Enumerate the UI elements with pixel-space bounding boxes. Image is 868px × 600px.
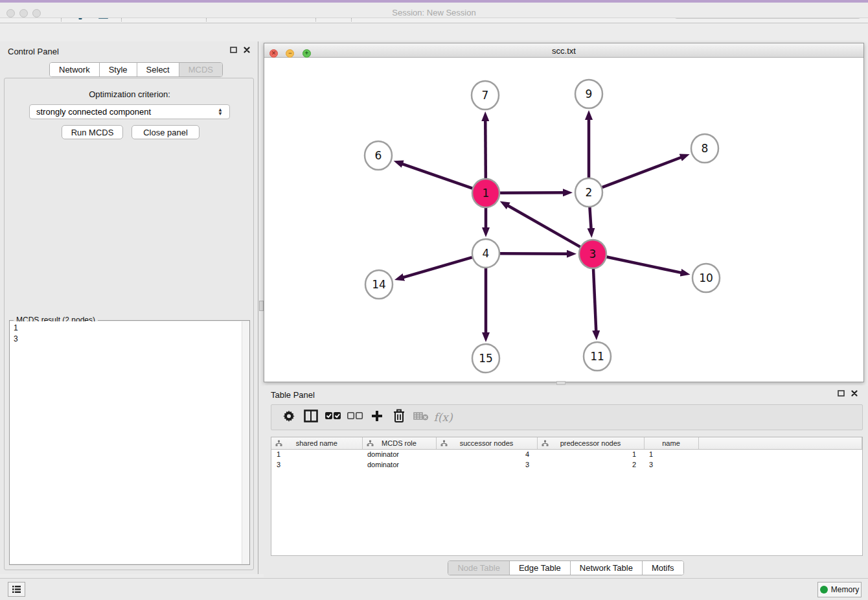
network-graph-canvas[interactable]: 1234678910111415 [264, 58, 863, 382]
tab-node-table[interactable]: Node Table [448, 561, 510, 575]
task-history-button[interactable] [8, 582, 25, 597]
graph-node-14[interactable]: 14 [365, 270, 393, 299]
table-row[interactable]: 3dominator323 [271, 459, 862, 470]
function-icon: f(x) [433, 411, 452, 424]
network-window-titlebar[interactable]: ✕ − + scc.txt [264, 43, 863, 58]
table-toolbar: f(x) [271, 404, 863, 430]
select-all-button[interactable] [322, 408, 344, 427]
mcds-result-textarea[interactable]: 1 3 [10, 321, 249, 564]
table-cell[interactable]: 1 [644, 449, 698, 459]
delete-table-button[interactable] [410, 408, 432, 427]
edge-4-14[interactable] [402, 257, 472, 277]
edge-3-1[interactable] [507, 205, 580, 247]
split-view-icon [304, 410, 318, 425]
table-header-row[interactable]: shared nameMCDS rolesuccessor nodesprede… [271, 437, 862, 449]
column-header-predecessor-nodes[interactable]: predecessor nodes [537, 437, 644, 449]
column-header-successor-nodes[interactable]: successor nodes [436, 437, 537, 449]
function-button[interactable]: f(x) [432, 408, 454, 427]
vertical-splitter[interactable] [258, 41, 264, 574]
edge-2-3[interactable] [589, 207, 591, 229]
table-cell[interactable]: 3 [436, 459, 537, 470]
graph-node-4[interactable]: 4 [472, 239, 499, 268]
graph-node-15[interactable]: 15 [472, 344, 499, 373]
graph-node-6[interactable]: 6 [365, 141, 392, 170]
memory-button[interactable]: Memory [817, 582, 862, 597]
graph-node-11[interactable]: 11 [584, 342, 611, 371]
table-cell[interactable]: 1 [537, 449, 644, 459]
delete-table-icon [413, 411, 429, 424]
close-table-panel-icon[interactable] [851, 390, 858, 397]
node-table[interactable]: shared nameMCDS rolesuccessor nodesprede… [271, 437, 863, 556]
table-cell[interactable]: 3 [271, 459, 362, 470]
svg-text:4: 4 [483, 247, 490, 260]
float-panel-icon[interactable] [230, 47, 237, 53]
network-view-window: ✕ − + scc.txt 1234678910111415 [264, 43, 864, 382]
criterion-value: strongly connected component [36, 107, 151, 117]
table-cell[interactable]: dominator [362, 459, 436, 470]
attribute-icon [275, 440, 282, 446]
column-header-name[interactable]: name [644, 437, 698, 449]
add-column-button[interactable] [366, 408, 388, 427]
table-row[interactable]: 1dominator411 [271, 449, 862, 459]
tab-edge-table[interactable]: Edge Table [510, 561, 571, 575]
attribute-icon [542, 440, 549, 446]
svg-text:8: 8 [702, 142, 709, 155]
result-scrollbar[interactable] [242, 321, 249, 564]
tab-network-table[interactable]: Network Table [571, 561, 643, 575]
gear-icon [282, 410, 295, 425]
close-panel-icon[interactable] [244, 47, 250, 53]
edge-layer [402, 119, 682, 334]
table-cell[interactable]: 4 [436, 449, 537, 459]
edge-3-11[interactable] [593, 268, 596, 332]
column-header-MCDS-role[interactable]: MCDS role [362, 437, 436, 449]
memory-label: Memory [831, 585, 859, 594]
table-panel: Table Panel f(x) shared nameMCDS rolesuc… [264, 386, 868, 577]
network-view-title: scc.txt [264, 46, 863, 56]
splitter-handle[interactable] [259, 301, 264, 311]
edge-4-3[interactable] [500, 253, 568, 254]
graph-node-10[interactable]: 10 [692, 264, 720, 292]
edge-1-7[interactable] [485, 120, 486, 179]
criterion-dropdown[interactable]: strongly connected component ▲▼ [29, 104, 230, 119]
tab-motifs[interactable]: Motifs [643, 561, 683, 575]
table-cell[interactable]: dominator [362, 449, 436, 459]
delete-column-button[interactable] [388, 408, 410, 427]
tab-network[interactable]: Network [50, 63, 100, 76]
table-cell[interactable]: 1 [271, 449, 362, 459]
control-panel-title: Control Panel [8, 47, 59, 56]
svg-text:14: 14 [372, 278, 386, 291]
graph-node-1[interactable]: 1 [472, 179, 499, 207]
split-view-button[interactable] [300, 408, 322, 427]
graph-node-9[interactable]: 9 [575, 80, 602, 108]
run-mcds-button[interactable]: Run MCDS [62, 125, 123, 139]
svg-text:9: 9 [586, 87, 593, 100]
deselect-all-icon [347, 411, 363, 423]
graph-node-3[interactable]: 3 [579, 240, 606, 268]
svg-text:1: 1 [483, 187, 490, 200]
gear-button[interactable] [278, 408, 300, 427]
table-panel-title: Table Panel [271, 390, 315, 400]
edge-1-2[interactable] [500, 192, 564, 193]
tab-select[interactable]: Select [137, 63, 179, 76]
control-panel-header: Control Panel [0, 41, 258, 60]
table-cell[interactable]: 2 [537, 459, 644, 470]
optimization-criterion-label: Optimization criterion: [5, 89, 255, 99]
close-panel-button[interactable]: Close panel [131, 125, 200, 139]
column-header-shared-name[interactable]: shared name [271, 437, 362, 449]
edge-1-6[interactable] [402, 164, 472, 189]
tab-mcds[interactable]: MCDS [179, 63, 222, 76]
graph-node-8[interactable]: 8 [691, 134, 718, 163]
deselect-all-button[interactable] [344, 408, 366, 427]
graph-node-7[interactable]: 7 [472, 81, 499, 110]
graph-node-2[interactable]: 2 [575, 178, 602, 207]
edge-3-10[interactable] [607, 257, 682, 273]
horizontal-splitter-handle[interactable] [556, 381, 565, 385]
edge-2-8[interactable] [602, 157, 682, 187]
float-table-panel-icon[interactable] [838, 390, 845, 397]
table-panel-tabs: Node TableEdge TableNetwork TableMotifs [264, 560, 868, 575]
table-cell[interactable]: 3 [644, 459, 698, 470]
attribute-icon [367, 440, 374, 446]
tab-style[interactable]: Style [100, 63, 137, 76]
delete-column-icon [393, 409, 405, 426]
add-column-icon [371, 410, 383, 425]
